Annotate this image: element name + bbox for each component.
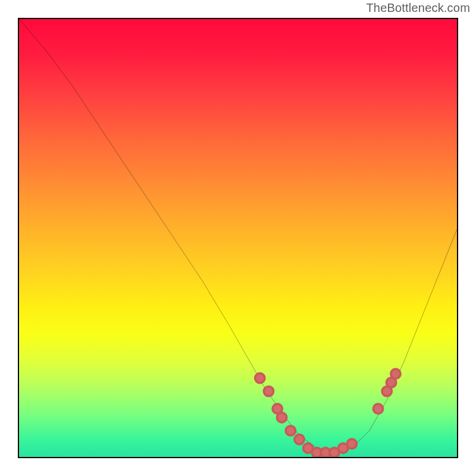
plot-area bbox=[18, 18, 458, 458]
scatter-dots bbox=[255, 369, 400, 457]
scatter-dot bbox=[255, 373, 265, 383]
curve-layer bbox=[19, 19, 457, 457]
scatter-dot bbox=[264, 387, 273, 396]
watermark-text: TheBottleneck.com bbox=[366, 1, 470, 15]
scatter-dot bbox=[347, 439, 356, 449]
scatter-dot bbox=[295, 434, 304, 444]
scatter-dot bbox=[373, 404, 383, 414]
scatter-dot bbox=[286, 426, 295, 436]
scatter-dot bbox=[391, 369, 400, 378]
scatter-dot bbox=[277, 413, 287, 422]
chart-stage: TheBottleneck.com bbox=[0, 0, 476, 476]
